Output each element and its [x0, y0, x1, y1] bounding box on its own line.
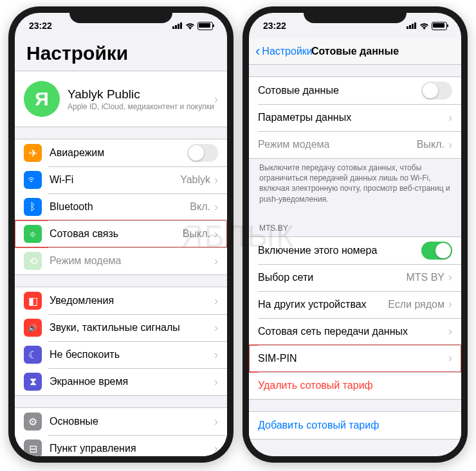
apple-id-name: Yablyk Public — [68, 87, 214, 102]
chevron-right-icon: › — [448, 324, 452, 338]
phone-left: 23:22 Настройки Я Yablyk Public Apple ID… — [8, 6, 233, 463]
screentime-icon: ⧗ — [24, 373, 42, 391]
row-label: Выбор сети — [258, 272, 406, 283]
row-label: SIM-PIN — [258, 353, 448, 364]
row-label: Авиарежим — [50, 147, 187, 159]
параметры-данных-row[interactable]: Параметры данных› — [249, 104, 461, 131]
chevron-right-icon: › — [214, 321, 218, 335]
phone-right: 23:22 ‹ Настройки Сотовые данные Сотовые… — [243, 6, 468, 463]
group-header-data: СОТОВЫЕ ДАННЫЕ — [249, 451, 461, 456]
row-label: Основные — [50, 416, 214, 427]
row-label: Wi-Fi — [50, 174, 180, 186]
chevron-right-icon: › — [448, 138, 452, 152]
выбор-сети-row[interactable]: Выбор сетиMTS BY› — [249, 264, 461, 291]
chevron-right-icon: › — [214, 200, 218, 214]
screen-left: 23:22 Настройки Я Yablyk Public Apple ID… — [15, 13, 227, 456]
row-label: Bluetooth — [50, 201, 190, 213]
chevron-right-icon: › — [214, 227, 218, 241]
wifi-icon: ᯤ — [24, 171, 42, 189]
row-label: Режим модема — [50, 255, 214, 267]
chevron-right-icon: › — [214, 294, 218, 308]
general-icon-row[interactable]: ⚙Основные› — [15, 408, 227, 435]
status-time: 23:22 — [263, 21, 286, 31]
notch — [304, 6, 407, 23]
apple-id-row[interactable]: Я Yablyk Public Apple ID, iCloud, медиак… — [15, 71, 227, 127]
control-icon-row[interactable]: ⊟Пункт управления› — [15, 435, 227, 456]
row-value: Yablyk — [180, 174, 210, 186]
airplane-icon-row[interactable]: ✈Авиарежим — [15, 139, 227, 166]
sim-pin-row[interactable]: SIM-PIN› — [249, 345, 461, 372]
back-label: Настройки — [262, 46, 312, 57]
screen-right: 23:22 ‹ Настройки Сотовые данные Сотовые… — [249, 13, 461, 456]
row-label: Экранное время — [50, 376, 214, 387]
row-label: Удалить сотовый тариф — [258, 380, 452, 391]
bluetooth-icon: ᛒ — [24, 198, 42, 216]
row-label: Добавить сотовый тариф — [258, 420, 452, 431]
battery-icon — [197, 22, 213, 30]
cellular-icon: ⟐ — [24, 225, 42, 243]
row-label: Режим модема — [258, 139, 417, 150]
режим-модема-row[interactable]: Режим модемаВыкл.› — [249, 131, 461, 158]
hotspot-icon-row[interactable]: ⟲Режим модема› — [15, 247, 227, 274]
на-других-устройствах-row[interactable]: На других устройствахЕсли рядом› — [249, 291, 461, 318]
chevron-right-icon: › — [448, 111, 452, 125]
row-label: Звуки, тактильные сигналы — [50, 322, 214, 333]
row-label: Параметры данных — [258, 112, 448, 123]
signal-icon — [172, 22, 183, 29]
general-icon: ⚙ — [24, 413, 42, 431]
wifi-icon — [419, 22, 429, 30]
status-time: 23:22 — [29, 21, 52, 31]
chevron-right-icon: › — [214, 375, 218, 389]
включение-этого-номера-row[interactable]: Включение этого номера — [249, 237, 461, 264]
hotspot-icon: ⟲ — [24, 252, 42, 270]
chevron-right-icon: › — [214, 173, 218, 187]
group-footer: Выключите передачу сотовых данных, чтобы… — [249, 159, 461, 208]
sounds-icon-row[interactable]: 🔊Звуки, тактильные сигналы› — [15, 314, 227, 341]
notifications-icon-row[interactable]: ◧Уведомления› — [15, 287, 227, 314]
chevron-right-icon: › — [448, 298, 452, 311]
удалить-сотовый-тариф-row[interactable]: Удалить сотовый тариф — [249, 372, 461, 399]
dnd-icon-row[interactable]: ☾Не беспокоить› — [15, 341, 227, 368]
добавить-сотовый-тариф-row[interactable]: Добавить сотовый тариф — [249, 412, 461, 439]
toggle[interactable] — [421, 242, 452, 260]
wifi-icon — [185, 22, 195, 30]
row-value: Выкл. — [417, 139, 444, 150]
chevron-right-icon: › — [448, 351, 452, 365]
page-title: Настройки — [15, 39, 227, 71]
row-label: Пункт управления — [50, 443, 214, 454]
toggle[interactable] — [421, 82, 452, 100]
сотовые-данные-row[interactable]: Сотовые данные — [249, 77, 461, 104]
chevron-right-icon: › — [214, 415, 218, 429]
chevron-right-icon: › — [214, 348, 218, 362]
back-button[interactable]: ‹ Настройки — [255, 43, 313, 60]
row-label: Уведомления — [50, 295, 214, 307]
navbar-title: Сотовые данные — [311, 46, 399, 57]
cellular-icon-row[interactable]: ⟐Сотовая связьВыкл.› — [15, 220, 227, 247]
screentime-icon-row[interactable]: ⧗Экранное время› — [15, 368, 227, 395]
row-label: Не беспокоить — [50, 349, 214, 360]
apple-id-sub: Apple ID, iCloud, медиаконтент и покупки — [68, 102, 214, 111]
signal-icon — [407, 22, 417, 29]
notifications-icon: ◧ — [24, 292, 42, 310]
row-label: На других устройствах — [258, 299, 388, 310]
wifi-icon-row[interactable]: ᯤWi-FiYablyk› — [15, 166, 227, 193]
row-value: Если рядом — [388, 299, 444, 310]
control-icon: ⊟ — [24, 440, 42, 456]
chevron-right-icon: › — [214, 93, 218, 106]
chevron-right-icon: › — [448, 271, 452, 284]
row-label: Сотовая связь — [50, 228, 183, 240]
row-value: Вкл. — [190, 201, 210, 213]
avatar: Я — [24, 81, 60, 117]
sounds-icon: 🔊 — [24, 319, 42, 337]
group-header-mts: MTS.BY — [249, 220, 461, 236]
row-value: Выкл. — [183, 228, 210, 240]
row-value: MTS BY — [406, 272, 444, 283]
notch — [69, 6, 172, 23]
chevron-right-icon: › — [214, 254, 218, 268]
bluetooth-icon-row[interactable]: ᛒBluetoothВкл.› — [15, 193, 227, 220]
navbar: ‹ Настройки Сотовые данные — [249, 39, 461, 65]
сотовая-сеть-передачи-данных-row[interactable]: Сотовая сеть передачи данных› — [249, 318, 461, 345]
toggle[interactable] — [187, 144, 218, 162]
row-label: Сотовая сеть передачи данных — [258, 326, 448, 337]
dnd-icon: ☾ — [24, 346, 42, 364]
